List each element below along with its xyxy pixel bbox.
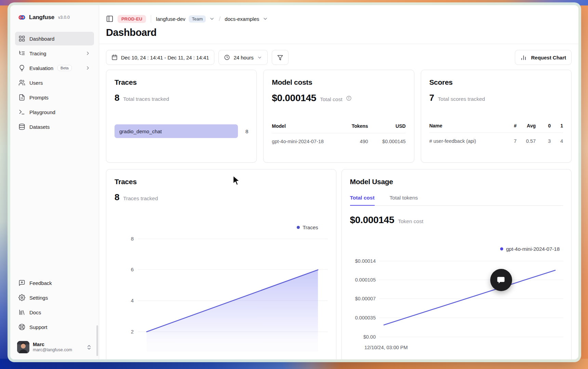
toolbar: Dec 10, 24 : 14:41 - Dec 11, 24 : 14:41 … — [99, 44, 578, 65]
chart-legend: Traces — [115, 223, 328, 231]
tab-total-cost[interactable]: Total cost — [350, 195, 375, 206]
svg-text:$0.00007: $0.00007 — [355, 296, 375, 301]
traces-chart-value: 8 — [115, 192, 119, 203]
tab-total-tokens[interactable]: Total tokens — [390, 195, 418, 205]
sidebar-item-settings[interactable]: Settings — [15, 291, 94, 304]
sidebar-item-label: Settings — [29, 295, 91, 301]
col-header: Tokens — [344, 123, 368, 129]
calendar-icon — [111, 54, 118, 60]
table-row[interactable]: # user-feedback (api) 7 0.57 3 4 — [429, 133, 563, 144]
file-icon — [18, 94, 25, 101]
scores-card: Scores 7 Total scores tracked Name # Avg… — [421, 70, 572, 163]
score-count-cell: 7 — [502, 138, 517, 144]
panel-left-icon[interactable] — [106, 15, 114, 23]
request-chart-button[interactable]: Request Chart — [515, 50, 572, 65]
trace-name-bar[interactable]: gradio_demo_chat — [115, 124, 238, 138]
sidebar-scrollbar[interactable] — [96, 325, 98, 356]
beta-badge: Beta — [57, 65, 72, 71]
users-icon — [18, 79, 25, 86]
svg-text:0.000105: 0.000105 — [355, 277, 375, 283]
chevron-down-icon[interactable] — [263, 16, 268, 22]
clock-icon — [224, 54, 230, 60]
card-title: Model Usage — [350, 178, 563, 186]
chevrons-up-down-icon — [86, 344, 92, 350]
sidebar-item-support[interactable]: Support — [15, 320, 94, 334]
app-window: Langfuse v3.0.0 Dashboard Tracing Evalua… — [10, 5, 578, 359]
filter-button[interactable] — [272, 50, 289, 65]
col-header: USD — [368, 123, 406, 129]
model-usage-line-chart-svg: $0.00014 0.000105 $0.00007 0.000035 $0.0… — [350, 245, 563, 359]
chevron-down-icon — [257, 55, 262, 60]
project-name[interactable]: docs-examples — [225, 16, 259, 22]
svg-text:$0.00: $0.00 — [363, 334, 375, 340]
trace-name-label: gradio_demo_chat — [119, 128, 162, 134]
scores-total-label: Total scores tracked — [438, 96, 485, 102]
score-avg-cell: 0.57 — [517, 138, 536, 144]
traces-chart: Traces 8 6 — [115, 223, 328, 359]
info-icon[interactable] — [346, 95, 352, 101]
model-costs-card: Model costs $0.000145 Total cost Model T… — [263, 70, 414, 163]
chart-legend: gpt-4o-mini-2024-07-18 — [350, 245, 563, 253]
user-name: Marc — [33, 341, 83, 347]
sidebar-item-docs[interactable]: Docs — [15, 305, 94, 319]
sidebar-item-label: Users — [29, 80, 91, 86]
token-cost-label: Token cost — [398, 218, 423, 224]
gear-icon — [18, 294, 25, 301]
org-name[interactable]: langfuse-dev — [156, 16, 185, 22]
sidebar-item-label: Feedback — [29, 280, 91, 286]
environment-badge[interactable]: PROD-EU — [118, 15, 146, 23]
sidebar-item-tracing[interactable]: Tracing — [15, 46, 94, 60]
sidebar-item-label: Datasets — [29, 124, 91, 130]
table-row[interactable]: gpt-4o-mini-2024-07-18 490 $0.000145 — [272, 133, 405, 144]
avatar — [17, 341, 29, 353]
sidebar-item-evaluation[interactable]: Evaluation Beta — [15, 61, 94, 75]
sidebar-item-dashboard[interactable]: Dashboard — [15, 32, 94, 45]
col-header: Name — [429, 123, 502, 128]
sidebar-item-users[interactable]: Users — [15, 76, 94, 90]
user-email: marc@langfuse.com — [33, 347, 83, 353]
svg-text:$0.00014: $0.00014 — [355, 258, 375, 264]
score-one-cell: 4 — [551, 138, 563, 144]
sidebar-item-label: Evaluation — [29, 65, 53, 71]
scores-total-value: 7 — [429, 93, 434, 103]
main-content: PROD-EU langfuse-dev Team / docs-example… — [99, 5, 578, 359]
svg-text:8: 8 — [131, 236, 134, 242]
sidebar-item-label: Support — [29, 324, 91, 330]
sidebar-item-label: Tracing — [29, 51, 81, 56]
summary-cards-row: Traces 8 Total traces tracked gradio_dem… — [106, 70, 572, 163]
chevron-down-icon[interactable] — [209, 16, 215, 22]
sidebar-item-datasets[interactable]: Datasets — [15, 120, 94, 134]
user-menu[interactable]: Marc marc@langfuse.com — [15, 338, 94, 354]
trace-name-count: 8 — [243, 128, 248, 134]
time-window-select[interactable]: 24 hours — [218, 50, 267, 65]
sidebar-item-feedback[interactable]: Feedback — [15, 276, 94, 290]
svg-text:2: 2 — [131, 329, 134, 334]
usd-cell: $0.000145 — [368, 139, 406, 144]
chat-widget-button[interactable] — [490, 269, 512, 291]
model-costs-label: Total cost — [320, 96, 342, 102]
card-title: Traces — [115, 78, 248, 86]
col-header: # — [502, 123, 517, 128]
sidebar-item-playground[interactable]: Playground — [15, 105, 94, 119]
date-range-picker[interactable]: Dec 10, 24 : 14:41 - Dec 11, 24 : 14:41 — [106, 50, 214, 65]
chart-cards-row: Traces 8 Traces tracked Traces — [106, 169, 572, 359]
col-header: Model — [272, 123, 344, 129]
app-version: v3.0.0 — [58, 15, 70, 20]
bar-chart-icon — [520, 54, 527, 61]
sidebar-item-label: Prompts — [29, 95, 91, 100]
score-name-cell: # user-feedback (api) — [429, 138, 502, 144]
sidebar-item-label: Docs — [29, 310, 91, 315]
model-usage-card: Model Usage Total cost Total tokens $0.0… — [342, 169, 572, 359]
layout-grid-icon — [18, 35, 25, 42]
model-usage-tabs: Total cost Total tokens — [350, 195, 563, 206]
chevron-right-icon — [85, 51, 91, 56]
time-window-value: 24 hours — [233, 55, 253, 60]
legend-label: Traces — [303, 224, 318, 230]
traces-total-value: 8 — [115, 93, 119, 103]
legend-label: gpt-4o-mini-2024-07-18 — [506, 246, 560, 252]
request-chart-label: Request Chart — [531, 55, 566, 60]
sidebar-item-prompts[interactable]: Prompts — [15, 91, 94, 104]
svg-text:12/10/24, 03:00 PM: 12/10/24, 03:00 PM — [364, 345, 408, 350]
score-zero-cell: 3 — [536, 138, 551, 144]
token-cost-value: $0.000145 — [350, 215, 395, 226]
